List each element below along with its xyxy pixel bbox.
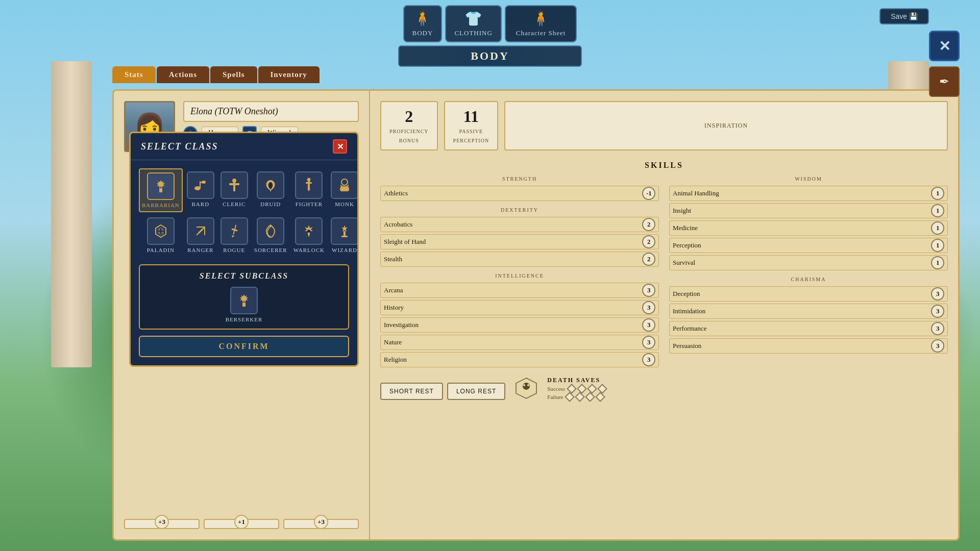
monk-icon [331,171,358,199]
feather-button[interactable]: ✒ [929,66,960,97]
intimidation-value: 3 [936,307,940,315]
skill-row-animal-handling: Animal Handling 1 [669,186,948,201]
proficiency-row: 2 ProficiencyBonus 11 PassivePerception … [380,101,948,151]
confirm-button[interactable]: Confirm [139,336,349,357]
performance-value: 3 [936,324,940,333]
athletics-name: Athletics [384,189,642,197]
success-pip-4[interactable] [597,384,607,394]
rogue-label: Rogue [223,247,245,253]
feather-icon: ✒ [939,74,949,89]
skill-row-athletics: Athletics -1 [380,186,659,201]
religion-badge: 3 [640,350,658,369]
history-name: History [384,304,642,312]
perception-name: Perception [673,241,931,249]
class-item-fighter[interactable]: Fighter [291,168,327,212]
modal-close-button[interactable]: ✕ [333,139,347,154]
death-saves-title: Death Saves [547,377,606,384]
confirm-label: Confirm [218,342,269,350]
body-title-text: Body [471,49,509,62]
close-icon: ✕ [939,38,950,55]
body-title-bar: Body [398,45,582,67]
skill-row-insight: Insight 1 [669,203,948,218]
class-item-wizard[interactable]: Wizard [329,214,359,256]
animal-handling-value: 1 [936,189,940,197]
history-value: 3 [647,304,651,312]
svg-point-27 [527,384,529,386]
skill-row-acrobatics: Acrobatics 2 [380,217,659,232]
failure-pip-4[interactable] [596,392,606,402]
close-button[interactable]: ✕ [929,31,960,61]
stealth-badge: 2 [640,250,658,269]
ranger-icon [187,217,214,245]
class-item-warlock[interactable]: Warlock [291,214,327,256]
death-saves-info: Death Saves Success Failure [547,377,606,400]
arcana-name: Arcana [384,286,642,294]
fighter-label: Fighter [296,201,323,207]
perception-value: 1 [936,241,940,249]
stat-badge-2: +3 [314,515,328,529]
failure-pip-3[interactable] [585,392,596,402]
short-rest-button[interactable]: Short Rest [380,383,443,400]
clothing-tab[interactable]: 👕 Clothing [445,5,501,42]
tab-stats[interactable]: Stats [112,66,156,83]
skill-row-sleight: Sleight of Hand 2 [380,234,659,249]
svg-point-26 [523,384,525,386]
pillar-left [51,61,92,367]
survival-badge: 1 [928,254,947,272]
death-icon [513,375,539,401]
stat-value-1: +1 [238,518,245,526]
athletics-badge: -1 [640,184,658,203]
class-item-barbarian[interactable]: Barbarian [139,168,183,212]
body-icon: 🧍 [413,10,431,27]
character-name-input[interactable] [183,101,359,122]
animal-handling-badge: 1 [928,184,947,203]
failure-pip-2[interactable] [575,392,585,402]
failure-pip-1[interactable] [565,392,575,402]
long-rest-button[interactable]: Long Rest [447,383,505,400]
class-item-monk[interactable]: Monk [329,168,359,212]
success-pip-3[interactable] [587,384,597,394]
body-tab[interactable]: 🧍 Body [403,5,443,42]
clothing-icon: 👕 [464,10,482,27]
class-item-sorcerer[interactable]: Sorcerer [252,214,289,256]
dexterity-category: Dexterity [380,207,659,213]
bard-icon [187,171,214,199]
class-item-paladin[interactable]: Paladin [139,214,183,256]
character-sheet-tab[interactable]: 🧍 Character Sheet [505,5,577,42]
skill-row-nature: Nature 3 [380,335,659,350]
stat-badge-0: +3 [155,515,169,529]
tab-actions-label: Actions [169,70,197,79]
success-pip-1[interactable] [567,384,577,394]
class-item-druid[interactable]: Druid [252,168,289,212]
tab-actions[interactable]: Actions [157,66,209,83]
passive-perception-box: 11 PassivePerception [444,101,499,151]
svg-rect-23 [242,303,246,307]
svg-rect-8 [270,189,271,191]
insight-badge: 1 [928,202,947,220]
acrobatics-badge: 2 [640,215,658,234]
skill-row-deception: Deception 3 [669,286,948,302]
left-skill-column: Strength Athletics -1 Dexterity Acrobati… [380,176,659,367]
class-item-ranger[interactable]: Ranger [185,214,216,256]
tab-spells[interactable]: Spells [210,66,257,83]
inspiration-box: Inspiration [504,101,948,151]
skill-row-investigation: Investigation 3 [380,317,659,333]
class-item-rogue[interactable]: Rogue [218,214,250,256]
death-success-label: Success [547,386,565,392]
history-badge: 3 [640,298,658,317]
save-button[interactable]: Save 💾 [879,8,929,24]
character-sheet-icon: 🧍 [532,10,550,27]
class-item-bard[interactable]: Bard [185,168,216,212]
paladin-icon [147,217,175,245]
class-item-cleric[interactable]: Cleric [218,168,250,212]
subclass-item-berserker[interactable]: Berserker [226,287,263,322]
tab-inventory[interactable]: Inventory [258,66,320,83]
proficiency-bonus-box: 2 ProficiencyBonus [380,101,438,151]
proficiency-bonus-label: ProficiencyBonus [389,129,429,143]
barbarian-icon [147,172,175,200]
skill-row-stealth: Stealth 2 [380,252,659,267]
warlock-label: Warlock [293,247,325,253]
berserker-icon [230,287,258,314]
tab-spells-label: Spells [223,70,245,79]
success-pip-2[interactable] [577,384,587,394]
